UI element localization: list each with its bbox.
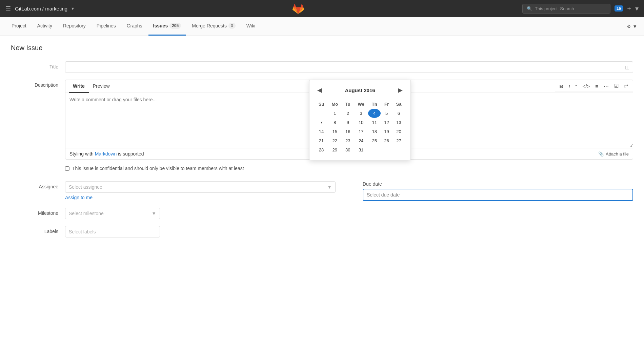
calendar-day-16[interactable]: 16 bbox=[342, 127, 354, 136]
calendar-day-7[interactable]: 7 bbox=[315, 118, 328, 127]
calendar-month: August 2016 bbox=[345, 87, 375, 93]
calendar-day-5[interactable]: 5 bbox=[381, 109, 393, 118]
notification-badge[interactable]: 16 bbox=[615, 5, 623, 12]
search-input[interactable] bbox=[535, 6, 606, 11]
calendar-day-13[interactable]: 13 bbox=[393, 118, 405, 127]
ordered-list-button[interactable]: ⋯ bbox=[602, 82, 610, 90]
task-list-button[interactable]: ☑ bbox=[612, 82, 620, 90]
calendar-day-11[interactable]: 11 bbox=[368, 118, 381, 127]
assignee-label: Assignee bbox=[11, 181, 65, 189]
attach-file-button[interactable]: 📎 Attach a file bbox=[598, 151, 629, 157]
calendar-day-1[interactable]: 1 bbox=[328, 109, 342, 118]
calendar-week-row: 78910111213 bbox=[315, 118, 405, 127]
calendar-day-24[interactable]: 24 bbox=[354, 136, 368, 145]
calendar-day-25[interactable]: 25 bbox=[368, 136, 381, 145]
calendar-grid: Su Mo Tu We Th Fr Sa 1234567891011121314… bbox=[315, 100, 405, 154]
top-bar-logo bbox=[292, 2, 304, 15]
calendar-week-row: 21222324252627 bbox=[315, 136, 405, 145]
calendar-day-2[interactable]: 2 bbox=[342, 109, 354, 118]
labels-row: Labels Select labels bbox=[11, 226, 633, 237]
labels-control-wrap: Select labels bbox=[65, 226, 633, 237]
title-input[interactable] bbox=[69, 64, 625, 70]
calendar-week-row: 14151617181920 bbox=[315, 127, 405, 136]
calendar-day-6[interactable]: 6 bbox=[393, 109, 405, 118]
unordered-list-button[interactable]: ≡ bbox=[593, 83, 600, 90]
assignee-dropdown[interactable]: Select assignee ▼ bbox=[65, 181, 336, 193]
nav-item-merge-requests[interactable]: Merge Requests 0 bbox=[187, 17, 240, 36]
labels-placeholder: Select labels bbox=[69, 229, 96, 234]
tab-write[interactable]: Write bbox=[69, 80, 89, 93]
due-date-field: Due date bbox=[363, 181, 633, 201]
hamburger-icon[interactable]: ☰ bbox=[5, 5, 11, 12]
nav-item-activity[interactable]: Activity bbox=[33, 17, 57, 36]
confidential-checkbox[interactable] bbox=[65, 166, 69, 171]
page-content: New Issue Title ◫ Description Write Prev… bbox=[0, 36, 644, 252]
project-breadcrumb[interactable]: GitLab.com / marketing bbox=[15, 6, 67, 12]
cal-day-we: We bbox=[354, 100, 368, 109]
tab-preview[interactable]: Preview bbox=[89, 80, 114, 93]
add-icon[interactable]: + bbox=[627, 5, 631, 13]
calendar-day-28[interactable]: 28 bbox=[315, 145, 328, 154]
nav-item-project[interactable]: Project bbox=[7, 17, 31, 36]
nav-item-issues[interactable]: Issues 205 bbox=[148, 17, 186, 36]
description-tabs: Write Preview bbox=[65, 80, 117, 92]
settings-dropdown[interactable]: ⚙ ▼ bbox=[627, 24, 637, 29]
top-bar-right: 🔍 16 + ▾ bbox=[522, 4, 639, 14]
calendar-day-21[interactable]: 21 bbox=[315, 136, 328, 145]
italic-button[interactable]: I bbox=[567, 83, 571, 90]
assignee-arrow: ▼ bbox=[327, 184, 332, 190]
calendar-day-3[interactable]: 3 bbox=[354, 109, 368, 118]
calendar-day-10[interactable]: 10 bbox=[354, 118, 368, 127]
calendar-day-8[interactable]: 8 bbox=[328, 118, 342, 127]
calendar-day-30[interactable]: 30 bbox=[342, 145, 354, 154]
calendar-day-23[interactable]: 23 bbox=[342, 136, 354, 145]
assign-me-link[interactable]: Assign to me bbox=[65, 195, 93, 200]
calendar-day-15[interactable]: 15 bbox=[328, 127, 342, 136]
calendar-day-14[interactable]: 14 bbox=[315, 127, 328, 136]
labels-dropdown[interactable]: Select labels bbox=[65, 226, 160, 237]
nav-item-pipelines[interactable]: Pipelines bbox=[92, 17, 121, 36]
milestone-dropdown[interactable]: Select milestone ▼ bbox=[65, 208, 160, 219]
calendar-day-31[interactable]: 31 bbox=[354, 145, 368, 154]
calendar-day-29[interactable]: 29 bbox=[328, 145, 342, 154]
merge-requests-badge: 0 bbox=[228, 23, 236, 29]
assignee-control-wrap: Select assignee ▼ Assign to me Due date bbox=[65, 181, 633, 201]
milestone-arrow: ▼ bbox=[152, 211, 156, 216]
calendar-day-26[interactable]: 26 bbox=[381, 136, 393, 145]
calendar-week-row: 28293031 bbox=[315, 145, 405, 154]
user-menu-arrow[interactable]: ▾ bbox=[635, 4, 639, 13]
calendar-next-button[interactable]: ▶ bbox=[396, 85, 405, 95]
calendar-prev-button[interactable]: ◀ bbox=[315, 85, 324, 95]
title-label: Title bbox=[11, 61, 65, 69]
calendar-day-27[interactable]: 27 bbox=[393, 136, 405, 145]
calendar-day-20[interactable]: 20 bbox=[393, 127, 405, 136]
calendar-day-4[interactable]: 4 bbox=[368, 109, 381, 118]
code-button[interactable]: </> bbox=[581, 83, 592, 90]
calendar-day-22[interactable]: 22 bbox=[328, 136, 342, 145]
fullscreen-button[interactable]: ⥂ bbox=[622, 82, 630, 90]
search-box[interactable]: 🔍 bbox=[522, 4, 610, 14]
secondary-nav: Project Activity Repository Pipelines Gr… bbox=[0, 17, 644, 36]
settings-arrow: ▼ bbox=[632, 24, 637, 29]
bold-button[interactable]: B bbox=[558, 83, 565, 90]
nav-item-repository[interactable]: Repository bbox=[58, 17, 90, 36]
quote-button[interactable]: “ bbox=[574, 83, 579, 90]
calendar-day-empty bbox=[393, 145, 405, 154]
calendar-day-12[interactable]: 12 bbox=[381, 118, 393, 127]
calendar-header: ◀ August 2016 ▶ bbox=[315, 85, 405, 95]
calendar-day-19[interactable]: 19 bbox=[381, 127, 393, 136]
title-fullscreen-icon[interactable]: ◫ bbox=[625, 64, 629, 70]
breadcrumb-arrow[interactable]: ▾ bbox=[72, 6, 74, 11]
calendar-day-9[interactable]: 9 bbox=[342, 118, 354, 127]
nav-item-graphs[interactable]: Graphs bbox=[122, 17, 147, 36]
calendar-day-18[interactable]: 18 bbox=[368, 127, 381, 136]
gitlab-logo bbox=[292, 2, 304, 15]
calendar-popup: ◀ August 2016 ▶ Su Mo Tu We Th Fr Sa bbox=[309, 80, 411, 160]
nav-item-wiki[interactable]: Wiki bbox=[242, 17, 260, 36]
markdown-note: Styling with Markdown is supported bbox=[69, 151, 144, 157]
due-date-input[interactable] bbox=[363, 189, 633, 201]
calendar-day-17[interactable]: 17 bbox=[354, 127, 368, 136]
milestone-label: Milestone bbox=[11, 208, 65, 216]
description-label: Description bbox=[11, 80, 65, 88]
markdown-link[interactable]: Markdown bbox=[95, 151, 117, 157]
